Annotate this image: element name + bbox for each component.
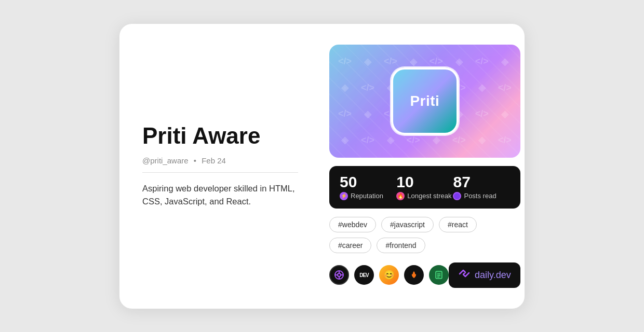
- profile-banner: </> ◈ </> ◈ </> ◈ </> ◈ ◈ </> ◈ </> ◈ </…: [329, 45, 520, 158]
- svg-rect-7: [436, 271, 442, 279]
- sources-row: DEV 😊: [329, 262, 520, 288]
- deco-icon: ◈: [356, 49, 379, 75]
- deco-icon: ◈: [493, 49, 516, 75]
- deco-icon: ◈: [356, 101, 379, 128]
- deco-icon: </>: [356, 75, 379, 101]
- reputation-icon: ⚡: [340, 192, 348, 200]
- tag-javascript[interactable]: #javascript: [381, 217, 434, 232]
- deco-icon: </>: [333, 49, 356, 75]
- streak-label: Longest streak: [407, 192, 451, 200]
- daily-dev-text: daily.dev: [475, 270, 511, 281]
- daily-suffix: .dev: [493, 270, 511, 280]
- source-icon-dev[interactable]: DEV: [354, 265, 374, 285]
- tag-webdev[interactable]: #webdev: [329, 217, 376, 232]
- stat-reputation: 50 ⚡ Reputation: [340, 174, 396, 200]
- profile-card: Priti Aware @priti_aware • Feb 24 Aspiri…: [119, 24, 525, 309]
- daily-dev-badge[interactable]: daily.dev: [449, 262, 520, 288]
- tag-career[interactable]: #career: [329, 238, 371, 253]
- source-icon-avatar[interactable]: 😊: [379, 265, 399, 285]
- handle: @priti_aware: [142, 156, 189, 165]
- deco-icon: </>: [471, 101, 493, 128]
- right-panel: </> ◈ </> ◈ </> ◈ </> ◈ ◈ </> ◈ </> ◈ </…: [329, 45, 520, 288]
- deco-icon: ◈: [333, 75, 356, 101]
- deco-icon: </>: [356, 127, 379, 154]
- tag-frontend[interactable]: #frontend: [377, 238, 425, 253]
- streak-label-row: 🔥 Longest streak: [396, 192, 453, 200]
- meta-row: @priti_aware • Feb 24: [142, 156, 298, 165]
- dot-separator: •: [194, 156, 196, 165]
- stat-streak: 10 🔥 Longest streak: [396, 174, 453, 200]
- posts-icon: [453, 192, 461, 200]
- bio-text: Aspiring web developer skilled in HTML, …: [142, 182, 298, 209]
- deco-icon: </>: [333, 101, 356, 128]
- profile-name: Priti Aware: [142, 123, 298, 148]
- deco-icon: ◈: [471, 127, 493, 154]
- streak-value: 10: [396, 174, 453, 190]
- divider: [142, 172, 298, 173]
- source-icons: DEV 😊: [329, 265, 449, 285]
- source-icon-hashnode[interactable]: [404, 265, 424, 285]
- tag-react[interactable]: #react: [439, 217, 477, 232]
- source-icon-crosshair[interactable]: [329, 265, 349, 285]
- stats-bar: 50 ⚡ Reputation 10 🔥 Longest streak 87 P…: [329, 166, 520, 209]
- deco-icon: </>: [493, 127, 516, 154]
- streak-icon: 🔥: [396, 192, 405, 200]
- left-panel: Priti Aware @priti_aware • Feb 24 Aspiri…: [142, 123, 298, 209]
- svg-point-1: [338, 273, 341, 276]
- posts-label-row: Posts read: [453, 192, 509, 200]
- posts-value: 87: [453, 174, 509, 190]
- deco-icon: ◈: [471, 75, 493, 101]
- stat-posts: 87 Posts read: [453, 174, 509, 200]
- daily-brand: daily: [475, 270, 493, 280]
- deco-icon: </>: [471, 49, 493, 75]
- reputation-value: 50: [340, 174, 396, 190]
- posts-label: Posts read: [464, 192, 496, 200]
- join-date: Feb 24: [202, 156, 226, 165]
- reputation-label-row: ⚡ Reputation: [340, 192, 396, 200]
- avatar-wrapper: Priti: [391, 67, 459, 135]
- avatar-text: Priti: [410, 93, 439, 109]
- daily-dev-icon: [458, 268, 471, 283]
- avatar: Priti: [391, 67, 459, 135]
- deco-icon: ◈: [493, 101, 516, 128]
- source-icon-list[interactable]: [429, 265, 449, 285]
- reputation-label: Reputation: [351, 192, 383, 200]
- tags-section: #webdev #javascript #react #career #fron…: [329, 217, 520, 253]
- deco-icon: </>: [493, 75, 516, 101]
- deco-icon: ◈: [333, 127, 356, 154]
